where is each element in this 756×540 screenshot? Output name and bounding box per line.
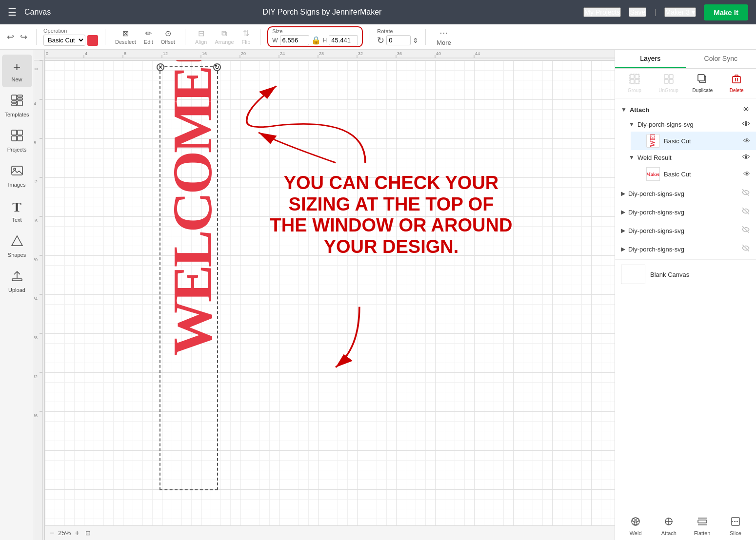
svg-rect-68 <box>664 79 668 83</box>
diy-porch-5-header[interactable]: ▶ Diy-porch-signs-svg <box>615 241 756 257</box>
sidebar-label-images: Images <box>8 182 25 188</box>
slice-icon <box>730 516 741 529</box>
basic-cut-2-item[interactable]: Maker Basic Cut 👁 <box>631 165 756 183</box>
attach-group-header[interactable]: ▼ Attach 👁 <box>615 102 756 117</box>
svg-text:36: 36 <box>34 413 38 418</box>
canvas-area[interactable]: 0 4 8 12 16 20 24 28 32 36 40 <box>34 50 615 540</box>
svg-rect-63 <box>630 79 634 83</box>
arrange-button[interactable]: ⧉ Arrange <box>212 27 237 47</box>
ungroup-button[interactable]: UnGroup <box>653 72 684 95</box>
attach-bottom-button[interactable]: Attach <box>654 516 683 536</box>
svg-text:16: 16 <box>202 51 207 56</box>
color-swatch[interactable] <box>87 35 98 46</box>
zoom-in-button[interactable]: + <box>75 529 79 538</box>
svg-rect-64 <box>635 79 639 83</box>
svg-rect-13 <box>12 279 22 281</box>
basic-cut-2-thumb: Maker <box>646 167 660 181</box>
svg-text:24: 24 <box>280 51 285 56</box>
lock-icon[interactable]: 🔒 <box>311 36 321 45</box>
my-projects-button[interactable]: My Projects <box>583 7 621 17</box>
svg-rect-6 <box>12 130 17 135</box>
zoom-value: 25% <box>58 529 71 537</box>
diy-porch-1-header[interactable]: ▼ Diy-porch-signs-svg 👁 <box>623 117 756 132</box>
attach-arrow: ▼ <box>621 106 627 113</box>
zoom-out-button[interactable]: − <box>50 529 54 538</box>
basic-cut-1-name: Basic Cut <box>664 137 739 145</box>
sidebar-item-shapes[interactable]: Shapes <box>2 230 32 263</box>
sidebar-item-templates[interactable]: Templates <box>2 89 32 122</box>
weld-button[interactable]: Weld <box>621 516 650 536</box>
group-button[interactable]: Group <box>619 72 650 95</box>
canvas-content[interactable]: WELCOME ✕ ↻ 6.556" 45.441" YOU CAN CHECK… <box>45 60 615 525</box>
weld-result-visibility[interactable]: 👁 <box>742 153 750 162</box>
weld-result-arrow: ▼ <box>629 154 635 161</box>
rotate-stepper[interactable]: ⇕ <box>413 37 418 44</box>
weld-result-header[interactable]: ▼ Weld Result 👁 <box>623 150 756 165</box>
diy-porch-1-name: Diy-porch-signs-svg <box>637 121 739 128</box>
diy-porch-3-header[interactable]: ▶ Diy-porch-signs-svg <box>615 204 756 220</box>
redo-button[interactable]: ↪ <box>18 30 29 44</box>
rotate-icon[interactable]: ↻ <box>377 35 384 46</box>
diy-porch-4-visibility[interactable] <box>741 225 750 236</box>
diy-porch-4-header[interactable]: ▶ Diy-porch-signs-svg <box>615 222 756 239</box>
attach-visibility[interactable]: 👁 <box>742 105 750 114</box>
delete-layer-button[interactable]: Delete <box>721 72 752 95</box>
machine-selector[interactable]: Maker 3 ▾ <box>664 7 696 17</box>
width-input[interactable] <box>280 35 309 45</box>
undo-button[interactable]: ↩ <box>5 30 16 44</box>
sidebar-item-projects[interactable]: Projects <box>2 124 32 157</box>
diy-porch-2-visibility[interactable] <box>741 188 750 199</box>
fit-to-screen-button[interactable]: ⊡ <box>85 529 91 537</box>
size-label: Size <box>272 28 282 34</box>
sidebar-item-text[interactable]: T Text <box>2 194 32 228</box>
hamburger-menu[interactable]: ☰ <box>8 6 17 18</box>
duplicate-button[interactable]: Duplicate <box>687 72 718 95</box>
edit-button[interactable]: ✏ Edit <box>141 27 156 47</box>
welcome-text[interactable]: WELCOME <box>164 68 220 356</box>
diy-porch-3-arrow: ▶ <box>621 209 625 215</box>
make-it-button[interactable]: Make It <box>704 4 748 20</box>
diy-porch-1-arrow: ▼ <box>629 121 635 128</box>
diy-porch-3-group: ▶ Diy-porch-signs-svg <box>615 204 756 220</box>
rotate-input[interactable] <box>386 35 411 45</box>
sidebar-label-templates: Templates <box>4 112 29 117</box>
height-input[interactable] <box>329 35 358 45</box>
basic-cut-2-name: Basic Cut <box>664 171 739 178</box>
diy-porch-3-visibility[interactable] <box>741 207 750 217</box>
sidebar-item-upload[interactable]: Upload <box>2 265 32 298</box>
svg-rect-69 <box>669 79 673 83</box>
ruler-top: 0 4 8 12 16 20 24 28 32 36 40 <box>45 50 615 60</box>
operation-select[interactable]: Basic Cut <box>43 35 85 46</box>
sidebar-item-new[interactable]: + New <box>2 55 32 87</box>
annotation-text: YOU CAN CHECK YOUR SIZING AT THE TOP OF … <box>269 173 513 258</box>
diy-porch-5-visibility[interactable] <box>741 244 750 254</box>
shapes-icon <box>11 234 23 250</box>
align-button[interactable]: ⊟ Align <box>192 27 210 47</box>
slice-button[interactable]: Slice <box>721 516 750 536</box>
zoom-bar: − 25% + ⊡ <box>45 525 615 540</box>
sidebar-item-images[interactable]: Images <box>2 159 32 193</box>
operation-label: Operation <box>43 28 67 34</box>
tab-color-sync[interactable]: Color Sync <box>686 50 756 68</box>
basic-cut-2-visibility[interactable]: 👁 <box>743 170 750 178</box>
diy-porch-2-header[interactable]: ▶ Diy-porch-signs-svg <box>615 185 756 202</box>
offset-button[interactable]: ⊙ Offset <box>158 27 178 47</box>
app-name: Canvas <box>24 8 51 17</box>
diy-porch-2-name: Diy-porch-signs-svg <box>628 190 738 197</box>
sidebar-label-new: New <box>11 77 22 82</box>
weld-result-name: Weld Result <box>637 154 739 161</box>
svg-text:4: 4 <box>85 51 87 56</box>
save-button[interactable]: Save <box>629 7 646 17</box>
flatten-button[interactable]: Flatten <box>688 516 717 536</box>
flatten-icon <box>697 516 708 529</box>
basic-cut-1-visibility[interactable]: 👁 <box>743 137 750 145</box>
more-button[interactable]: ⋯ More <box>433 25 455 48</box>
tab-layers[interactable]: Layers <box>615 50 686 68</box>
flip-button[interactable]: ⇅ Flip <box>239 27 254 47</box>
diy-porch-1-visibility[interactable]: 👁 <box>742 120 750 129</box>
width-label: W <box>272 37 278 44</box>
svg-rect-3 <box>12 101 17 103</box>
deselect-button[interactable]: ⊠ Deselect <box>112 27 139 47</box>
basic-cut-1-item[interactable]: WEL Basic Cut 👁 <box>631 132 756 150</box>
weld-icon <box>630 516 641 529</box>
